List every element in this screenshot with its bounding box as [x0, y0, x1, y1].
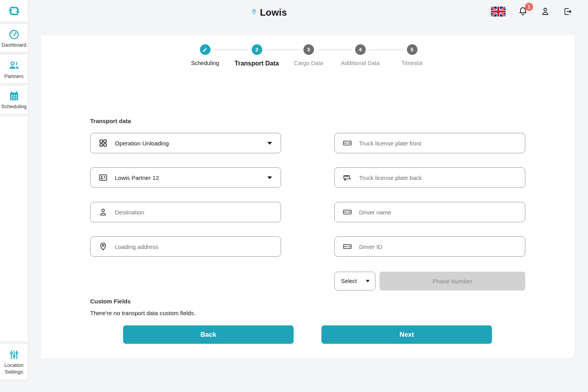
app-logo[interactable] [0, 0, 28, 22]
chevron-down-icon [267, 176, 272, 179]
license-plate-icon [343, 138, 352, 148]
loading-address-field [90, 236, 281, 257]
uk-flag-icon [491, 7, 506, 16]
location-pin-icon [251, 8, 257, 17]
partners-people-icon [7, 59, 21, 72]
map-pin-icon [98, 242, 108, 251]
step-circle: 3 [303, 44, 314, 55]
logout-icon [563, 7, 572, 16]
back-button[interactable]: Back [123, 325, 294, 344]
sidebar-item-location-settings[interactable]: Location Settings [0, 344, 28, 379]
page-title: Lowis [251, 7, 287, 18]
page-title-text: Lowis [260, 7, 287, 18]
step-circle: 4 [355, 44, 366, 55]
truck-plate-back-input[interactable] [359, 174, 517, 181]
language-flag-button[interactable] [491, 7, 506, 16]
wizard-stepper: Scheduling 2 Transport Data 3 Cargo Data… [179, 44, 438, 67]
step-connector [214, 49, 248, 50]
truck-plate-back-field [334, 167, 525, 188]
notification-badge: 1 [525, 3, 533, 11]
step-circle: 2 [252, 44, 262, 55]
transport-data-heading: Transport data [90, 118, 131, 124]
logout-button[interactable] [563, 7, 572, 16]
sidebar-item-label: Location Settings [1, 362, 27, 376]
dashboard-gauge-icon [8, 29, 20, 40]
sliders-icon [8, 349, 20, 361]
person-icon [98, 207, 108, 217]
destination-field [90, 202, 281, 222]
truck-plate-front-input[interactable] [359, 140, 517, 147]
person-icon [540, 6, 550, 16]
sidebar-item-label: Partners [1, 73, 27, 80]
custom-fields-empty-text: There're no transport data custom fields… [90, 310, 196, 316]
custom-fields-heading: Custom Fields [90, 298, 131, 305]
calendar-icon [8, 90, 20, 102]
step-additional-data[interactable]: 4 Additional Data [334, 44, 386, 67]
loading-address-input[interactable] [115, 243, 273, 250]
id-card-icon [98, 173, 108, 182]
destination-input[interactable] [115, 209, 273, 216]
step-label: Transport Data [231, 60, 283, 67]
step-label: Scheduling [179, 60, 231, 66]
step-scheduling[interactable]: Scheduling [179, 44, 231, 67]
driver-name-input[interactable] [359, 209, 517, 216]
profile-button[interactable] [540, 6, 550, 16]
sidebar: Dashboard Partners Scheduling Locati [0, 0, 28, 379]
sidebar-item-partners[interactable]: Partners [0, 55, 28, 83]
chevron-down-icon [366, 280, 370, 282]
sidebar-item-scheduling[interactable]: Scheduling [0, 86, 28, 114]
step-label: Additional Data [334, 60, 386, 66]
phone-number-input [379, 272, 525, 290]
sidebar-item-label: Dashboard [1, 42, 27, 49]
phone-country-select[interactable]: Select [334, 272, 376, 290]
sidebar-spacer [0, 116, 28, 341]
next-button[interactable]: Next [321, 325, 492, 344]
operation-type-value: Operation Unloading [115, 140, 169, 147]
license-plate-icon [343, 207, 352, 217]
step-transport-data[interactable]: 2 Transport Data [231, 44, 283, 67]
sidebar-item-label: Scheduling [1, 103, 27, 110]
trailer-icon [343, 173, 352, 182]
main-card: Scheduling 2 Transport Data 3 Cargo Data… [41, 35, 574, 358]
logo-repeat-icon [6, 3, 22, 19]
chevron-down-icon [267, 142, 272, 145]
step-circle: 5 [407, 44, 417, 55]
operation-type-select[interactable]: Operation Unloading [90, 133, 281, 153]
edit-pencil-icon [202, 47, 208, 53]
step-cargo-data[interactable]: 3 Cargo Data [283, 44, 334, 67]
phone-country-value: Select [341, 278, 357, 284]
driver-id-input[interactable] [359, 243, 517, 250]
step-circle [200, 44, 211, 55]
partner-select[interactable]: Lowis Partner 12 [90, 167, 281, 188]
step-timeslot[interactable]: 5 Timeslot [386, 44, 438, 67]
driver-name-field [334, 202, 525, 222]
topbar-actions: 1 [491, 6, 572, 16]
driver-id-field [334, 236, 525, 257]
step-label: Timeslot [386, 60, 438, 66]
license-plate-icon [343, 242, 352, 251]
step-connector [369, 49, 403, 50]
step-connector [265, 49, 300, 50]
truck-plate-front-field [334, 133, 525, 153]
notifications-button[interactable]: 1 [518, 6, 528, 16]
step-label: Cargo Data [283, 60, 334, 66]
sidebar-item-dashboard[interactable]: Dashboard [0, 24, 28, 52]
step-connector [317, 49, 352, 50]
grid-icon [98, 138, 108, 148]
partner-value: Lowis Partner 12 [115, 174, 159, 181]
